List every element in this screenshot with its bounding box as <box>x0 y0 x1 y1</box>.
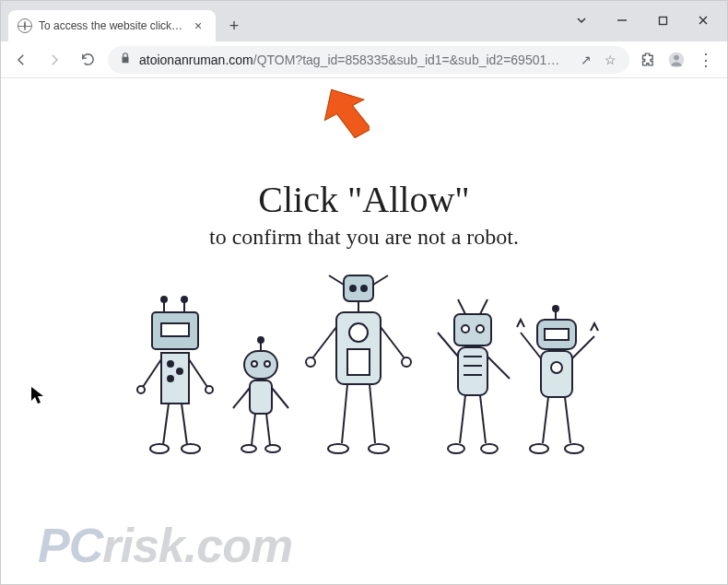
svg-line-14 <box>143 359 161 387</box>
svg-point-13 <box>168 376 173 381</box>
svg-line-37 <box>329 275 344 285</box>
url-path: /QTOM?tag_id=858335&sub_id1=&sub_id2=695… <box>253 53 560 67</box>
toolbar: atoionanruman.com/QTOM?tag_id=858335&sub… <box>1 41 727 78</box>
kebab-menu-icon[interactable]: ⋮ <box>696 50 716 70</box>
minimize-button[interactable] <box>604 7 640 33</box>
bookmark-star-icon[interactable]: ☆ <box>602 53 618 67</box>
svg-point-77 <box>565 444 583 453</box>
toolbar-right: ⋮ <box>637 50 720 70</box>
svg-point-25 <box>252 361 257 367</box>
svg-point-50 <box>369 444 389 453</box>
svg-point-26 <box>264 361 270 367</box>
maximize-button[interactable] <box>644 7 681 33</box>
svg-point-76 <box>530 444 548 453</box>
svg-line-38 <box>373 275 388 285</box>
svg-rect-53 <box>454 314 491 345</box>
svg-rect-27 <box>250 380 272 414</box>
headline-text: Click "Allow" <box>1 178 727 221</box>
svg-line-48 <box>370 384 375 443</box>
svg-rect-69 <box>545 329 569 340</box>
orange-arrow-annotation <box>314 86 370 148</box>
svg-line-31 <box>266 414 270 445</box>
svg-point-6 <box>182 297 187 302</box>
svg-line-61 <box>487 357 510 379</box>
svg-rect-56 <box>458 347 487 395</box>
svg-point-21 <box>182 444 200 453</box>
robots-illustration <box>115 272 613 465</box>
svg-line-28 <box>233 388 250 408</box>
svg-point-65 <box>481 444 498 453</box>
back-button[interactable] <box>8 47 34 73</box>
page-viewport: Click "Allow" to confirm that you are no… <box>1 78 727 585</box>
mouse-cursor-icon <box>30 386 45 408</box>
svg-point-15 <box>137 386 145 393</box>
tab-title: To access the website click the "A <box>39 19 183 32</box>
svg-line-43 <box>312 327 336 358</box>
svg-point-12 <box>177 369 182 374</box>
window-close-button[interactable] <box>685 7 722 33</box>
globe-icon <box>18 18 32 33</box>
svg-point-66 <box>553 306 558 311</box>
svg-point-36 <box>361 286 367 291</box>
svg-rect-9 <box>161 323 189 336</box>
svg-line-52 <box>480 299 487 314</box>
svg-line-75 <box>565 397 570 443</box>
svg-line-74 <box>543 397 548 443</box>
svg-point-11 <box>168 361 173 367</box>
svg-point-32 <box>241 445 256 452</box>
svg-line-62 <box>460 395 465 443</box>
page-content: Click "Allow" to confirm that you are no… <box>1 178 727 469</box>
profile-avatar-icon[interactable] <box>666 50 687 70</box>
share-icon[interactable]: ↗ <box>578 53 594 67</box>
svg-line-19 <box>182 404 187 445</box>
subline-text: to confirm that you are not a robot. <box>1 225 727 250</box>
watermark-risk: risk.com <box>102 519 292 572</box>
address-bar[interactable]: atoionanruman.com/QTOM?tag_id=858335&sub… <box>108 46 629 74</box>
svg-line-51 <box>458 299 465 314</box>
svg-line-30 <box>252 414 255 445</box>
tab-search-caret-icon[interactable] <box>563 7 600 33</box>
svg-point-71 <box>551 362 562 373</box>
svg-rect-34 <box>344 275 373 301</box>
svg-point-64 <box>448 444 464 453</box>
svg-line-63 <box>480 395 486 443</box>
svg-point-35 <box>350 286 356 291</box>
svg-rect-42 <box>347 349 370 375</box>
svg-line-45 <box>381 327 405 358</box>
browser-tab[interactable]: To access the website click the "A × <box>8 10 216 41</box>
close-tab-icon[interactable]: × <box>190 18 206 33</box>
forward-button[interactable] <box>41 47 67 73</box>
svg-line-16 <box>189 359 207 387</box>
svg-point-20 <box>150 444 169 453</box>
svg-line-47 <box>342 384 347 443</box>
svg-point-49 <box>328 444 348 453</box>
svg-point-44 <box>306 357 315 367</box>
svg-rect-10 <box>161 353 189 404</box>
title-bar: To access the website click the "A × + <box>1 1 727 41</box>
svg-point-46 <box>402 357 411 367</box>
svg-line-18 <box>163 404 169 445</box>
watermark: PCrisk.com <box>38 518 292 573</box>
window-controls <box>563 5 727 36</box>
svg-point-4 <box>161 297 167 302</box>
svg-point-3 <box>674 54 679 60</box>
svg-rect-1 <box>659 17 666 24</box>
svg-rect-24 <box>244 351 277 379</box>
svg-point-33 <box>265 445 280 452</box>
new-tab-button[interactable]: + <box>221 13 247 39</box>
lock-icon <box>119 52 132 67</box>
watermark-pc: PC <box>38 519 102 572</box>
svg-point-55 <box>476 325 484 333</box>
svg-point-17 <box>205 386 213 393</box>
svg-line-29 <box>272 388 288 408</box>
svg-point-41 <box>349 323 368 342</box>
reload-button[interactable] <box>75 47 100 73</box>
url-host: atoionanruman.com <box>139 53 253 67</box>
svg-point-54 <box>462 325 469 333</box>
url-text: atoionanruman.com/QTOM?tag_id=858335&sub… <box>139 53 570 67</box>
extensions-icon[interactable] <box>637 50 657 70</box>
svg-point-22 <box>258 337 264 343</box>
